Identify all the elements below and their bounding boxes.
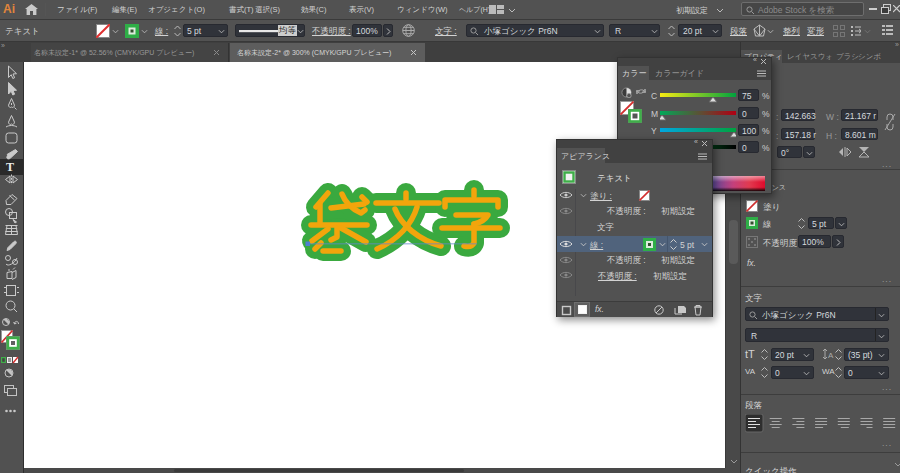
svg-text:T: T bbox=[6, 160, 14, 174]
svg-text:A: A bbox=[828, 351, 834, 360]
